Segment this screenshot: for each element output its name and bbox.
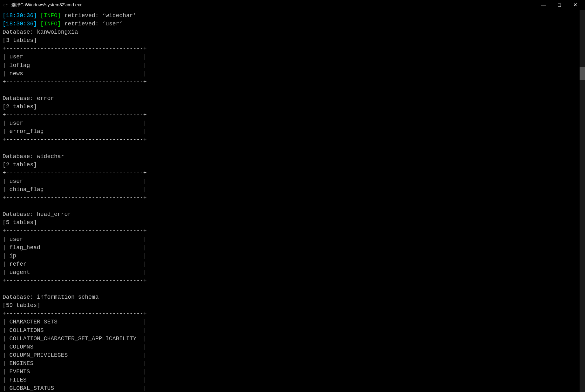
table-item-global-status: | GLOBAL_STATUS |	[3, 384, 577, 392]
border-top-5: +---------------------------------------…	[3, 309, 577, 318]
empty-3	[3, 202, 577, 210]
border-bottom-1: +---------------------------------------…	[3, 78, 577, 86]
border-top-3: +---------------------------------------…	[3, 169, 577, 177]
db-head-error-count: [5 tables]	[3, 218, 577, 227]
db-information-schema-count: [59 tables]	[3, 301, 577, 309]
minimize-button[interactable]: —	[536, 0, 551, 10]
db-kanwolongxia-label: Database: kanwolongxia	[3, 28, 577, 36]
table-item-user-1: | user |	[3, 53, 577, 61]
empty-2	[3, 144, 577, 152]
table-item-engines: | ENGINES |	[3, 359, 577, 368]
table-item-columns: | COLUMNS |	[3, 343, 577, 351]
table-item-error-flag: | error_flag |	[3, 127, 577, 136]
db-error-count: [2 tables]	[3, 103, 577, 111]
border-bottom-2: +---------------------------------------…	[3, 136, 577, 144]
cmd-icon: C:\	[3, 2, 9, 8]
title-bar: C:\ 选择C:\Windows\system32\cmd.exe — □ ✕	[0, 0, 585, 10]
table-item-flag-head: | flag_head |	[3, 243, 577, 252]
table-item-news: | news |	[3, 70, 577, 78]
timestamp-2: [18:30:36]	[3, 21, 37, 27]
table-item-character-sets: | CHARACTER_SETS |	[3, 318, 577, 326]
table-item-column-privileges: | COLUMN_PRIVILEGES |	[3, 351, 577, 359]
table-item-user-3: | user |	[3, 177, 577, 185]
table-item-files: | FILES |	[3, 376, 577, 384]
border-top-4: +---------------------------------------…	[3, 227, 577, 235]
window-title: 选择C:\Windows\system32\cmd.exe	[11, 2, 536, 8]
empty-1	[3, 86, 577, 94]
info-tag-1: [INFO]	[40, 12, 61, 19]
table-item-china-flag: | china_flag |	[3, 185, 577, 194]
table-item-user-4: | user |	[3, 235, 577, 243]
terminal-content: [18:30:36] [INFO] retrieved: ‘widechar’ …	[0, 10, 580, 392]
close-button[interactable]: ✕	[568, 0, 582, 10]
window: C:\ 选择C:\Windows\system32\cmd.exe — □ ✕ …	[0, 0, 585, 392]
table-item-ip: | ip |	[3, 252, 577, 260]
db-error-label: Database: error	[3, 94, 577, 103]
log-line-1: [18:30:36] [INFO] retrieved: ‘widechar’	[3, 11, 577, 20]
db-head-error-label: Database: head_error	[3, 210, 577, 218]
svg-text:C:\: C:\	[3, 3, 8, 7]
table-item-events: | EVENTS |	[3, 368, 577, 376]
db-information-schema-label: Database: information_schema	[3, 293, 577, 301]
border-bottom-3: +---------------------------------------…	[3, 194, 577, 202]
timestamp-1: [18:30:36]	[3, 12, 37, 19]
empty-4	[3, 285, 577, 293]
table-item-refer: | refer |	[3, 260, 577, 268]
table-item-user-2: | user |	[3, 119, 577, 127]
maximize-button[interactable]: □	[552, 0, 567, 10]
border-top-1: +---------------------------------------…	[3, 44, 577, 53]
scrollbar-track[interactable]	[580, 10, 585, 392]
scrollbar-thumb[interactable]	[580, 67, 585, 80]
table-item-uagent: | uagent |	[3, 268, 577, 276]
border-top-2: +---------------------------------------…	[3, 111, 577, 119]
window-controls: — □ ✕	[536, 0, 582, 10]
info-tag-2: [INFO]	[40, 21, 61, 27]
table-item-loflag: | loflag |	[3, 61, 577, 70]
db-widechar-label: Database: widechar	[3, 152, 577, 161]
table-item-collations: | COLLATIONS |	[3, 326, 577, 335]
db-kanwolongxia-count: [3 tables]	[3, 36, 577, 44]
log-line-2: [18:30:36] [INFO] retrieved: ‘user’	[3, 20, 577, 28]
border-bottom-4: +---------------------------------------…	[3, 276, 577, 285]
table-item-collation-charset: | COLLATION_CHARACTER_SET_APPLICABILITY …	[3, 335, 577, 343]
db-widechar-count: [2 tables]	[3, 161, 577, 169]
